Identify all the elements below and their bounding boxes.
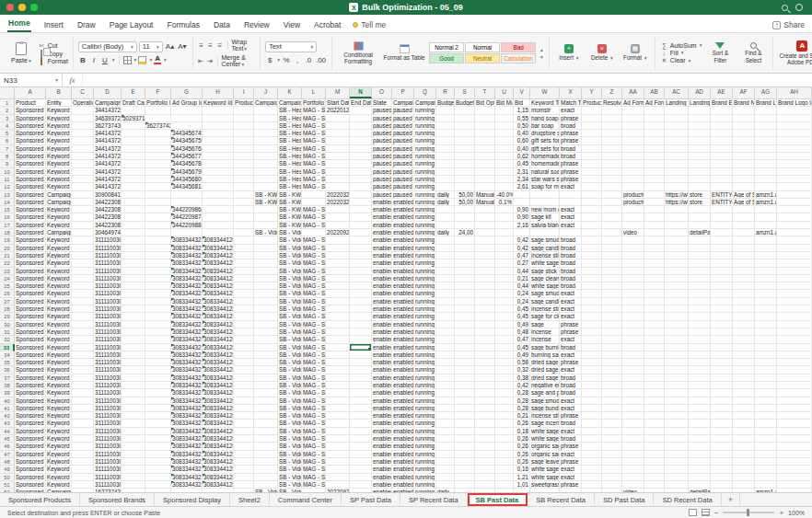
cell-P31[interactable]: enabled bbox=[392, 328, 414, 336]
cell-B46[interactable]: Keyword bbox=[46, 443, 72, 450]
cell-AA21[interactable] bbox=[622, 252, 644, 259]
cell-T33[interactable] bbox=[475, 344, 495, 351]
cell-T42[interactable] bbox=[475, 412, 495, 420]
cell-B28[interactable]: Keyword bbox=[46, 305, 72, 313]
cell-A51[interactable]: Sponsored Brands bbox=[15, 481, 46, 489]
cell-C15[interactable] bbox=[72, 206, 94, 213]
cell-AE31[interactable] bbox=[711, 328, 733, 336]
cell-Y5[interactable] bbox=[582, 130, 602, 137]
cell-S34[interactable] bbox=[455, 351, 475, 359]
align-right-button[interactable]: ≡ bbox=[216, 41, 224, 50]
cell-M37[interactable] bbox=[326, 374, 350, 382]
cell-A17[interactable]: Sponsored Brands bbox=[15, 222, 46, 229]
format-painter-button[interactable]: Format bbox=[38, 58, 68, 64]
cell-W7[interactable]: gift sets for women bbox=[530, 145, 560, 153]
cell-W17[interactable]: salvia blanca bbox=[530, 222, 560, 229]
cell-AB42[interactable] bbox=[644, 412, 665, 420]
cell-AC9[interactable] bbox=[665, 160, 689, 167]
cell-AE28[interactable] bbox=[711, 305, 733, 313]
cell-U34[interactable] bbox=[495, 351, 514, 359]
cell-G46[interactable]: 308334432128 bbox=[171, 443, 203, 450]
cell-AE13[interactable]: ENTITY2VZ98PSS1TV18 bbox=[711, 191, 733, 199]
cell-K17[interactable]: SB - KW - Exact | Soaps bbox=[278, 222, 302, 229]
cell-O44[interactable]: enabled bbox=[372, 428, 392, 435]
cell-F48[interactable] bbox=[145, 458, 171, 466]
cell-AG41[interactable] bbox=[755, 405, 777, 412]
cell-I45[interactable] bbox=[234, 435, 254, 443]
cell-AE26[interactable] bbox=[711, 290, 733, 297]
cell-C3[interactable] bbox=[72, 115, 94, 122]
cell-D4[interactable]: 362737437 bbox=[94, 122, 122, 130]
cell-R22[interactable] bbox=[436, 259, 455, 267]
cell-AB43[interactable] bbox=[644, 420, 665, 427]
cell-F10[interactable] bbox=[145, 168, 171, 176]
cell-B9[interactable]: Keyword bbox=[46, 160, 72, 167]
cell-M45[interactable] bbox=[326, 435, 350, 443]
cell-I20[interactable] bbox=[234, 245, 254, 252]
cell-E40[interactable] bbox=[122, 397, 145, 405]
cell-AF49[interactable] bbox=[733, 466, 755, 473]
cell-X48[interactable]: phrase bbox=[560, 458, 582, 466]
cell-V27[interactable]: 0,24 bbox=[514, 298, 530, 305]
cell-U45[interactable] bbox=[495, 435, 514, 443]
cell-O49[interactable]: enabled bbox=[372, 466, 392, 473]
cell-A20[interactable]: Sponsored Brands bbox=[15, 245, 46, 252]
cell-S11[interactable] bbox=[455, 176, 475, 183]
cell-N14[interactable] bbox=[350, 199, 372, 206]
cell-AA4[interactable] bbox=[622, 122, 644, 130]
cell-L37[interactable]: MAG - Smudge Sticks bbox=[302, 374, 326, 382]
row-header-37[interactable]: 37 bbox=[0, 374, 15, 382]
cell-G52[interactable] bbox=[171, 489, 203, 492]
cell-U6[interactable] bbox=[495, 137, 514, 144]
cell-G45[interactable]: 308334432127 bbox=[171, 435, 203, 443]
cell-X38[interactable]: broad bbox=[560, 382, 582, 389]
select-all-button[interactable] bbox=[0, 87, 15, 98]
cell-V48[interactable]: 0,26 bbox=[514, 458, 530, 466]
cell-K21[interactable]: SB - Video - KW | Smudge Sticks bbox=[278, 252, 302, 259]
cell-X1[interactable]: Match Type bbox=[560, 99, 582, 107]
row-header-10[interactable]: 10 bbox=[0, 168, 15, 176]
page-layout-view-icon[interactable] bbox=[702, 509, 710, 516]
cell-AG50[interactable] bbox=[755, 474, 777, 481]
cell-AA12[interactable] bbox=[622, 183, 644, 190]
cell-B37[interactable]: Keyword bbox=[46, 374, 72, 382]
cell-E33[interactable] bbox=[122, 344, 145, 351]
search-icon[interactable] bbox=[782, 5, 788, 11]
cell-V44[interactable]: 0,18 bbox=[514, 428, 530, 435]
cell-S28[interactable] bbox=[455, 305, 475, 313]
cell-L34[interactable]: MAG - Smudge Sticks bbox=[302, 351, 326, 359]
cell-L12[interactable]: MAG - Soaps (Old) bbox=[302, 183, 326, 190]
cell-AD29[interactable] bbox=[689, 313, 711, 320]
cell-E18[interactable] bbox=[122, 229, 145, 236]
cell-O46[interactable]: enabled bbox=[372, 443, 392, 450]
cell-L16[interactable]: MAG - Soaps (Old) bbox=[302, 213, 326, 221]
cell-AC8[interactable] bbox=[665, 153, 689, 160]
cell-J4[interactable] bbox=[254, 122, 278, 130]
cell-X42[interactable]: phrase bbox=[560, 412, 582, 420]
cell-AH30[interactable] bbox=[777, 321, 812, 328]
cell-AA5[interactable] bbox=[622, 130, 644, 137]
cell-AG35[interactable] bbox=[755, 359, 777, 366]
cell-M13[interactable]: 20220324 bbox=[326, 191, 350, 199]
cell-AD21[interactable] bbox=[689, 252, 711, 259]
cell-AE30[interactable] bbox=[711, 321, 733, 328]
cell-I19[interactable] bbox=[234, 236, 254, 244]
cell-J21[interactable] bbox=[254, 252, 278, 259]
cell-Q14[interactable]: running bbox=[414, 199, 436, 206]
cell-Y46[interactable] bbox=[582, 443, 602, 450]
cell-P24[interactable]: enabled bbox=[392, 275, 414, 282]
cell-AA33[interactable] bbox=[622, 344, 644, 351]
cell-V6[interactable]: 0,60 bbox=[514, 137, 530, 144]
cell-Q13[interactable]: running bbox=[414, 191, 436, 199]
cell-I47[interactable] bbox=[234, 451, 254, 458]
cell-style-normal[interactable]: Normal bbox=[465, 42, 500, 52]
cell-Y35[interactable] bbox=[582, 359, 602, 366]
cell-L5[interactable]: MAG - Soaps (Old) bbox=[302, 130, 326, 137]
cell-AA1[interactable]: Ad Format bbox=[622, 99, 644, 107]
cell-Y8[interactable] bbox=[582, 153, 602, 160]
cell-S1[interactable]: Budget bbox=[455, 99, 475, 107]
cell-B38[interactable]: Keyword bbox=[46, 382, 72, 389]
cell-H4[interactable] bbox=[203, 122, 234, 130]
cell-K50[interactable]: SB - Video - KW | Smudge Sticks bbox=[278, 474, 302, 481]
cell-Q19[interactable]: running bbox=[414, 236, 436, 244]
